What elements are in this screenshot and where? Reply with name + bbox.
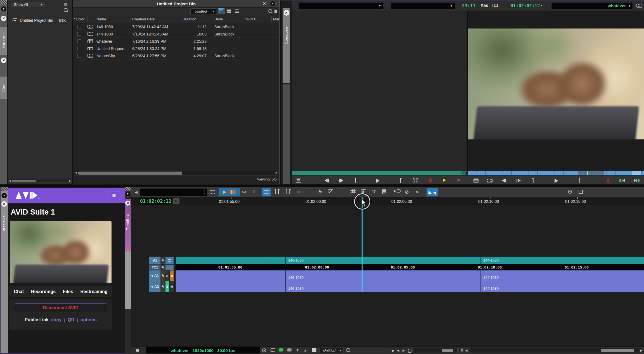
add-marker-icon[interactable] [607, 179, 609, 183]
timecode-display[interactable]: 01:02:02:12 [139, 198, 172, 205]
zoom-slider-thumb[interactable] [442, 349, 453, 352]
trim-scissors-icon[interactable]: ✂ [242, 189, 247, 196]
a1-mute-button[interactable]: M [170, 270, 174, 281]
collapse-rail-button[interactable]: ▼ [1, 193, 7, 198]
a2-solo-button[interactable]: S [165, 281, 169, 292]
tc1-patch-button[interactable]: ✎ [161, 264, 165, 270]
column-header-color[interactable]: Color [76, 17, 84, 21]
source-clip-dropdown[interactable]: ▼ [299, 2, 384, 9]
go-to-in-icon[interactable] [619, 179, 625, 182]
audio-clip[interactable]: 146-1080 [286, 270, 481, 281]
overwrite-icon[interactable] [458, 179, 461, 182]
timeline-ruler[interactable]: 01:02:02:12 01:01:55:00 01:02:00:00 01:0… [131, 197, 644, 205]
cell-name[interactable]: whatever [96, 39, 112, 44]
scroll-left-icon[interactable]: ◀ [9, 179, 11, 182]
panel-menu-icon[interactable]: ≡ [64, 1, 67, 7]
step-backward-button[interactable] [502, 179, 506, 182]
effect-mode-icon[interactable] [328, 189, 333, 193]
column-header-creation-date[interactable]: Creation Date [132, 17, 155, 21]
video-clip[interactable] [176, 256, 286, 264]
bin-filter-dropdown[interactable]: Show All ▼ [11, 2, 45, 7]
audio-clip[interactable]: 146-1080 [286, 281, 481, 292]
fast-menu-icon[interactable] [296, 179, 301, 183]
search-icon[interactable] [346, 348, 351, 353]
tab-timeline[interactable]: ✕ Timeline [125, 199, 131, 251]
trim-mode-button[interactable] [427, 188, 438, 196]
nav-recordings[interactable]: Recordings [31, 289, 56, 294]
step-down-icon[interactable]: ▼ [296, 348, 299, 352]
step-backward-button[interactable] [325, 179, 329, 182]
chevron-down-icon[interactable]: ▼ [540, 4, 543, 7]
play-button[interactable] [376, 179, 380, 183]
effect-palette-icon[interactable] [382, 189, 386, 194]
fast-menu-icon[interactable] [473, 179, 479, 183]
scroll-right-icon[interactable]: ▶ [69, 179, 71, 182]
overwrite-button[interactable] [229, 190, 235, 194]
audio-curve-icon[interactable]: ∨ [415, 189, 419, 195]
bin-row[interactable]: Untitled Sequen... 6/28/24 1:30:24 PM 1:… [73, 45, 280, 52]
play-button[interactable] [555, 179, 558, 183]
close-icon[interactable]: ✕ [262, 1, 266, 6]
suite-video-thumbnail[interactable] [10, 221, 112, 283]
keyboard-icon[interactable] [361, 189, 366, 193]
color-swatch[interactable] [77, 39, 81, 43]
step-up-icon[interactable]: ▲ [304, 348, 307, 352]
track-header-tc1[interactable]: TC1 [149, 264, 161, 270]
project-panel-hscroll[interactable]: ◀ ▶ [8, 179, 72, 183]
copy-link[interactable]: copy [51, 317, 61, 322]
match-frame-icon[interactable]: ◻|◻ [296, 189, 302, 194]
timeline-menu-icon[interactable]: ≡ [136, 348, 139, 353]
focus-icon[interactable] [262, 348, 266, 352]
filmstrip-icon[interactable] [636, 4, 642, 8]
collapse-rail-button[interactable]: ▼ [1, 6, 6, 12]
nav-restreaming[interactable]: Restreaming [80, 289, 108, 294]
bin-menu-icon[interactable]: ≡ [274, 9, 278, 14]
toggle-box[interactable] [312, 348, 316, 352]
zoom-back-icon[interactable]: ◀ [397, 349, 399, 352]
playhead[interactable] [362, 197, 363, 292]
close-icon[interactable]: ✕ [1, 58, 6, 63]
mark-out-icon[interactable]: ] [531, 177, 534, 184]
hscroll-thumb[interactable] [78, 172, 182, 175]
tab-markers[interactable]: Markers [0, 27, 7, 55]
hscroll-thumb[interactable] [601, 349, 634, 352]
qr-link[interactable]: QR [68, 317, 74, 322]
zoom-slider[interactable] [414, 348, 458, 353]
motion-effect-icon[interactable] [394, 189, 401, 193]
a2-patch-button[interactable]: ✎ [161, 281, 165, 292]
marker-flag-icon[interactable]: ⚑ [318, 189, 322, 195]
search-icon[interactable] [63, 8, 68, 13]
close-icon[interactable]: ✕ [1, 201, 7, 207]
color-swatch[interactable] [77, 25, 81, 28]
lift-icon[interactable]: ⍐ [253, 189, 256, 195]
options-link[interactable]: options [80, 317, 97, 322]
disconnect-avid-button[interactable]: Disconnect AVID [14, 303, 107, 312]
render-icon[interactable]: ⊘ [405, 189, 409, 195]
close-icon[interactable]: ✕ [1, 16, 6, 21]
segment-mode-button[interactable] [262, 188, 271, 196]
audio-mixer-icon[interactable] [351, 189, 356, 193]
video-clip[interactable]: 146-1080 [286, 256, 481, 264]
suite-menu-button[interactable]: ≡ [108, 191, 120, 200]
zoom-forward-icon[interactable]: ▶ [402, 349, 405, 352]
bin-row[interactable]: 144-1080 7/19/24 12:41:43 AM 16:09 Sarah… [73, 30, 280, 38]
splice-in-button[interactable] [223, 191, 226, 194]
video-quality-icon[interactable] [271, 348, 275, 352]
search-icon[interactable] [268, 9, 273, 14]
hscroll-thumb[interactable] [12, 180, 36, 182]
fast-menu-icon[interactable]: ◀ [135, 190, 138, 194]
source-position-bar[interactable] [292, 171, 466, 175]
mark-in-icon[interactable]: [ [578, 177, 581, 184]
step-forward-button[interactable] [339, 179, 343, 182]
go-to-out-icon[interactable] [634, 179, 640, 182]
audio-clip[interactable] [176, 281, 286, 292]
nav-files[interactable]: Files [63, 289, 73, 294]
view-mode-frame-button[interactable] [226, 8, 232, 14]
column-header-duration[interactable]: Duration [183, 17, 196, 21]
video-clip[interactable]: 144-1080 [481, 256, 644, 264]
cell-name[interactable]: 146-1080 [96, 25, 113, 29]
scroll-box-icon[interactable] [460, 348, 464, 352]
step-forward-button[interactable] [517, 179, 521, 182]
track-indicator[interactable]: Mas TC1 [481, 3, 498, 8]
v1-patch-button[interactable]: ✎ [161, 256, 165, 264]
